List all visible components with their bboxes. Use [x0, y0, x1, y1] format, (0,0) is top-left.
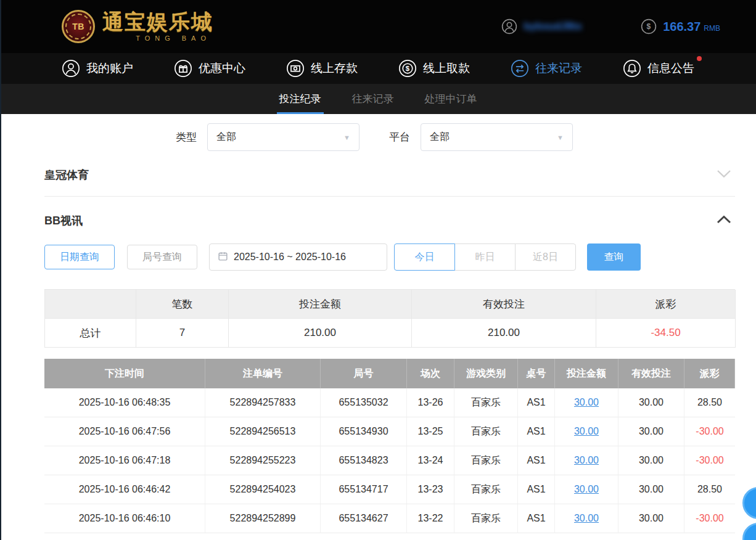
cell-game-type: 百家乐 [454, 417, 518, 446]
cell-valid-bet: 30.00 [618, 446, 684, 475]
nav-item-my-account[interactable]: 我的账户 [62, 59, 133, 78]
summary-valid-bet: 210.00 [412, 319, 596, 348]
today-button[interactable]: 今日 [394, 243, 455, 271]
nav-item-deposit[interactable]: 线上存款 [286, 59, 358, 78]
window-edge [0, 0, 1, 540]
cell-bet-time: 2025-10-16 06:46:42 [44, 475, 205, 504]
calendar-icon [218, 251, 228, 264]
balance-area: $ 166.37 RMB [641, 18, 720, 35]
nav-item-promotions[interactable]: 优惠中心 [174, 59, 245, 78]
summary-header-cell: 笔数 [136, 290, 229, 319]
section-title: BB视讯 [44, 213, 83, 228]
svg-text:$: $ [647, 22, 651, 31]
deposit-icon [286, 59, 305, 78]
cell-round-no: 655135032 [321, 388, 407, 417]
section-crown-sports[interactable]: 皇冠体育 [44, 168, 731, 182]
svg-text:$: $ [406, 65, 410, 72]
tab-betting-records[interactable]: 投注纪录 [278, 84, 323, 114]
floating-service-button[interactable] [742, 487, 756, 519]
nav-label: 优惠中心 [199, 60, 245, 76]
date-range-input[interactable]: 2025-10-16 ~ 2025-10-16 [209, 243, 387, 271]
chevron-down-icon: ▼ [343, 134, 350, 141]
cell-table-no: AS1 [518, 417, 555, 446]
table-header-cell: 投注金额 [555, 359, 618, 388]
summary-table: 笔数投注金额有效投注派彩 总计7210.00210.00-34.50 [44, 289, 735, 348]
cell-table-no: AS1 [518, 504, 555, 533]
bell-icon [623, 59, 641, 78]
cell-bet-amount-link[interactable]: 30.00 [555, 504, 618, 533]
cell-bet-time: 2025-10-16 06:47:56 [44, 417, 205, 446]
floating-service-button-2[interactable] [742, 523, 756, 540]
nav-item-withdraw[interactable]: $ 线上取款 [398, 59, 470, 78]
main-nav: 我的账户 优惠中心 线上存款 $ [0, 53, 756, 84]
summary-bet-amount: 210.00 [229, 319, 412, 348]
cell-round-no: 655134930 [321, 417, 407, 446]
user-avatar-icon [501, 18, 517, 35]
query-toolbar: 日期查询 局号查询 2025-10-16 ~ 2025-10-16 今日 昨日 … [44, 243, 756, 271]
type-filter-label: 类型 [176, 130, 197, 144]
logo-chip-text: TB [72, 22, 84, 31]
cell-bet-time: 2025-10-16 06:47:18 [44, 446, 205, 475]
cell-round-no: 655134823 [321, 446, 407, 475]
cell-bet-id: 522894256513 [205, 417, 321, 446]
type-select-value: 全部 [216, 131, 236, 144]
table-header-cell: 游戏类别 [454, 359, 518, 388]
section-divider [44, 196, 735, 197]
cell-game-type: 百家乐 [454, 504, 518, 533]
type-select[interactable]: 全部 ▼ [207, 123, 360, 151]
cell-round-no: 655134627 [321, 504, 407, 533]
table-header-cell: 场次 [407, 359, 454, 388]
search-button[interactable]: 查询 [587, 243, 641, 271]
logo-title: 通宝娱乐城 [102, 11, 213, 33]
nav-label: 我的账户 [86, 60, 133, 76]
cell-session: 13-24 [407, 446, 454, 475]
cell-bet-amount-link[interactable]: 30.00 [555, 417, 618, 446]
last8days-button[interactable]: 近8日 [515, 243, 576, 271]
nav-label: 线上存款 [311, 60, 358, 76]
summary-payout: -34.50 [596, 319, 736, 348]
notification-dot [697, 56, 702, 61]
cell-bet-id: 522894257833 [205, 388, 321, 417]
gift-icon [174, 59, 192, 78]
logo-text: 通宝娱乐城 TONG BAO [102, 11, 213, 42]
tab-processing-orders[interactable]: 处理中订单 [424, 84, 479, 114]
bet-records-table: 下注时间注单编号局号场次游戏类别桌号投注金额有效投注派彩 2025-10-16 … [44, 359, 735, 533]
table-header-cell: 注单编号 [205, 359, 321, 388]
platform-select[interactable]: 全部 ▼ [421, 123, 573, 151]
cell-game-type: 百家乐 [454, 388, 518, 417]
cell-session: 13-26 [407, 388, 454, 417]
cell-bet-time: 2025-10-16 06:46:10 [44, 504, 205, 533]
summary-total-label: 总计 [45, 319, 136, 348]
summary-count: 7 [136, 319, 229, 348]
cell-payout: -30.00 [684, 504, 735, 533]
nav-item-announcements[interactable]: 信息公告 [623, 59, 694, 78]
user-area: bybxudJ8tx [501, 18, 602, 35]
logo-chip-icon: TB [62, 10, 95, 43]
balance-amount: 166.37 [663, 20, 701, 34]
logo-subtitle: TONG BAO [102, 35, 213, 42]
section-bb-video[interactable]: BB视讯 [44, 213, 731, 228]
cell-bet-id: 522894252899 [205, 504, 321, 533]
cell-round-no: 655134717 [321, 475, 407, 504]
balance-currency: RMB [704, 21, 720, 33]
chevron-down-icon[interactable] [717, 170, 731, 181]
round-query-button[interactable]: 局号查询 [127, 245, 197, 269]
yesterday-button[interactable]: 昨日 [454, 243, 516, 271]
cell-game-type: 百家乐 [454, 446, 518, 475]
nav-item-records[interactable]: 往来记录 [511, 59, 582, 78]
records-icon [511, 59, 529, 78]
cell-bet-amount-link[interactable]: 30.00 [555, 388, 618, 417]
table-header-cell: 桌号 [518, 359, 555, 388]
chevron-up-icon[interactable] [717, 215, 731, 226]
cell-bet-amount-link[interactable]: 30.00 [555, 446, 618, 475]
site-logo[interactable]: TB 通宝娱乐城 TONG BAO [62, 10, 213, 43]
table-header-cell: 局号 [321, 359, 407, 388]
cell-bet-id: 522894255223 [205, 446, 321, 475]
cell-bet-amount-link[interactable]: 30.00 [555, 475, 618, 504]
nav-label: 线上取款 [423, 60, 470, 76]
date-range-value: 2025-10-16 ~ 2025-10-16 [234, 252, 346, 263]
cell-payout: -30.00 [684, 417, 735, 446]
cell-game-type: 百家乐 [454, 475, 518, 504]
date-query-button[interactable]: 日期查询 [44, 245, 115, 269]
tab-transaction-records[interactable]: 往来记录 [351, 84, 395, 114]
